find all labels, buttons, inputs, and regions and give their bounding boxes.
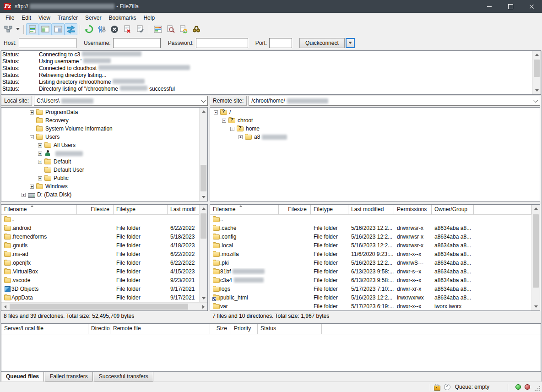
tab-successful-transfers[interactable]: Successful transfers xyxy=(94,372,153,381)
menu-file[interactable]: File xyxy=(2,13,18,23)
tree-item-windows[interactable]: +Windows xyxy=(1,182,199,191)
queue-body[interactable] xyxy=(1,334,541,371)
toggle-remote-tree-button[interactable] xyxy=(52,23,65,35)
file-row[interactable]: .localFile folder5/16/2023 12:2...drwxrw… xyxy=(210,241,531,250)
cancel-button[interactable] xyxy=(108,23,121,35)
tree-item-programdata[interactable]: +ProgramData xyxy=(1,108,199,116)
tree-item-current-user[interactable]: + xyxy=(1,149,199,158)
file-row[interactable]: .VirtualBoxFile folder4/15/2023 xyxy=(1,267,199,276)
site-manager-button[interactable] xyxy=(2,23,15,35)
remote-list-scrollbar[interactable] xyxy=(531,205,540,310)
file-row[interactable]: .freemedformsFile folder5/18/2023 xyxy=(1,232,199,241)
scroll-down-button[interactable] xyxy=(200,193,207,201)
scrollbar-thumb[interactable] xyxy=(534,60,540,77)
file-row[interactable]: public_htmlFile folder5/16/2023 12:2...l… xyxy=(210,293,531,302)
file-row[interactable]: varFile folder5/17/2023 6:19:...drwxr-x-… xyxy=(210,302,531,310)
password-input[interactable] xyxy=(196,38,248,48)
toggle-transfer-queue-button[interactable] xyxy=(65,23,77,35)
scroll-down-button[interactable] xyxy=(533,87,541,94)
local-list-hscrollbar[interactable] xyxy=(1,302,207,310)
file-row[interactable]: .vscodeFile folder9/23/2021 xyxy=(1,276,199,284)
column-header-filetype[interactable]: Filetype xyxy=(311,205,348,214)
local-tree-scrollbar[interactable] xyxy=(199,108,207,201)
refresh-button[interactable] xyxy=(82,23,95,35)
expander[interactable]: - xyxy=(222,119,226,123)
file-row[interactable]: .configFile folder5/16/2023 12:2...drwxr… xyxy=(210,232,531,241)
column-header-filesize[interactable]: Filesize xyxy=(279,205,311,214)
close-button[interactable] xyxy=(521,0,542,13)
quickconnect-button[interactable]: Quickconnect xyxy=(299,38,345,48)
column-header-size[interactable]: Size xyxy=(210,324,231,334)
menu-transfer[interactable]: Transfer xyxy=(54,13,81,23)
expander[interactable]: + xyxy=(22,193,26,197)
tree-item-root[interactable]: -/ xyxy=(210,108,540,116)
scrollbar-thumb[interactable] xyxy=(201,165,206,191)
tree-item-default-user[interactable]: Default User xyxy=(1,166,199,174)
tab-queued-files[interactable]: Queued files xyxy=(1,372,44,382)
expander[interactable]: - xyxy=(214,110,218,114)
tree-item-recovery[interactable]: Recovery xyxy=(1,116,199,125)
menu-bookmarks[interactable]: Bookmarks xyxy=(105,13,140,23)
resize-grip[interactable] xyxy=(535,385,541,392)
file-row[interactable]: .pkiFile folder5/16/2023 12:2...drwxrwS-… xyxy=(210,258,531,267)
file-row[interactable]: 81bfFile folder6/13/2023 9:58:...drwxr-s… xyxy=(210,267,531,276)
column-header-direction[interactable]: Direction xyxy=(88,324,110,334)
column-header-remote-file[interactable]: Remote file xyxy=(110,324,210,334)
site-manager-dropdown[interactable] xyxy=(15,24,21,35)
toggle-message-log-button[interactable] xyxy=(26,23,39,35)
process-queue-button[interactable] xyxy=(95,23,108,35)
username-input[interactable] xyxy=(113,38,161,48)
message-log-body[interactable]: Status:Connecting to c3 Status:Using use… xyxy=(1,51,532,94)
lock-icon[interactable] xyxy=(434,386,440,391)
scrollbar-thumb[interactable] xyxy=(10,304,188,310)
tab-failed-transfers[interactable]: Failed transfers xyxy=(45,372,93,381)
scrollbar-thumb[interactable] xyxy=(533,214,539,288)
disconnect-button[interactable] xyxy=(121,23,134,35)
menu-help[interactable]: Help xyxy=(140,13,158,23)
expander[interactable]: + xyxy=(30,185,34,189)
expander[interactable]: + xyxy=(38,160,42,164)
remote-site-combo[interactable]: /chroot/home/ xyxy=(249,96,540,106)
tree-item-all-users[interactable]: +All Users xyxy=(1,141,199,149)
expander[interactable]: + xyxy=(238,135,243,139)
menu-edit[interactable]: Edit xyxy=(18,13,35,23)
file-row[interactable]: AppDataFile folder9/17/2021 xyxy=(1,293,199,302)
expander[interactable]: - xyxy=(30,135,34,139)
file-row[interactable]: .gnutlsFile folder4/18/2023 xyxy=(1,241,199,250)
scroll-up-button[interactable] xyxy=(533,51,541,59)
column-header-filename[interactable]: Filename xyxy=(210,205,279,214)
tree-item-default[interactable]: +Default xyxy=(1,158,199,166)
expander[interactable]: + xyxy=(38,152,42,156)
quickconnect-dropdown[interactable] xyxy=(346,38,355,48)
log-scrollbar[interactable] xyxy=(532,51,541,94)
local-site-combo[interactable]: C:\Users\ xyxy=(34,96,208,106)
file-row[interactable]: .ms-adFile folder6/22/2022 xyxy=(1,250,199,258)
scroll-down-button[interactable] xyxy=(532,303,540,310)
local-list-scrollbar[interactable] xyxy=(199,205,207,302)
column-header-last-modified[interactable]: Last modif xyxy=(168,205,199,214)
column-header-filename[interactable]: Filename xyxy=(1,205,77,214)
menu-view[interactable]: View xyxy=(35,13,54,23)
tree-item-chroot[interactable]: -chroot xyxy=(210,116,540,125)
column-header-owner-group[interactable]: Owner/Group xyxy=(432,205,474,214)
scroll-up-button[interactable] xyxy=(200,205,207,212)
column-header-last-modified[interactable]: Last modified xyxy=(348,205,394,214)
expander[interactable]: + xyxy=(38,143,42,147)
column-header-server-local-file[interactable]: Server/Local file xyxy=(1,324,88,334)
tree-item-home[interactable]: -home xyxy=(210,125,540,133)
scroll-up-button[interactable] xyxy=(200,108,207,115)
reconnect-button[interactable] xyxy=(134,23,146,35)
tree-item-public[interactable]: +Public xyxy=(1,174,199,182)
file-row[interactable]: logsFile folder5/17/2023 7:10:...drwxr-x… xyxy=(210,284,531,293)
file-row[interactable]: .. xyxy=(1,215,199,223)
scroll-down-button[interactable] xyxy=(200,294,207,302)
menu-server[interactable]: Server xyxy=(81,13,105,23)
maximize-button[interactable] xyxy=(500,0,521,13)
speed-limits-icon[interactable] xyxy=(444,384,450,390)
file-row[interactable]: .mozillaFile folder11/6/2020 9:23:...drw… xyxy=(210,250,531,258)
minimize-button[interactable] xyxy=(479,0,500,13)
scrollbar-thumb[interactable] xyxy=(201,213,206,239)
port-input[interactable] xyxy=(269,38,292,48)
toggle-local-tree-button[interactable] xyxy=(39,23,52,35)
tree-item-d-drive[interactable]: +D: (Data Disk) xyxy=(1,191,199,199)
